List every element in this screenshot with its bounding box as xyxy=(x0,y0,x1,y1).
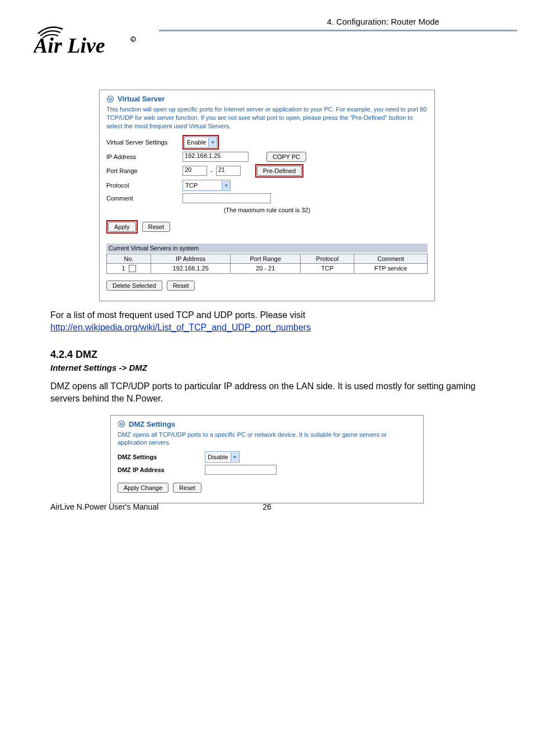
row-no: 1 xyxy=(121,265,125,272)
section-paragraph: DMZ opens all TCP/UDP ports to particula… xyxy=(50,380,484,404)
gear-icon xyxy=(118,420,125,428)
footer-left: AirLive N.Power User's Manual xyxy=(50,502,158,511)
panel-title-text: DMZ Settings xyxy=(129,420,175,428)
reset-button[interactable]: Reset xyxy=(173,483,202,493)
apply-change-button[interactable]: Apply Change xyxy=(118,483,168,493)
row-checkbox[interactable] xyxy=(129,265,136,272)
vs-settings-select[interactable]: Enable ▾ xyxy=(184,137,217,148)
port-to-input[interactable]: 21 xyxy=(216,166,241,176)
chevron-down-icon: ▾ xyxy=(222,181,230,190)
comment-label: Comment xyxy=(106,195,179,202)
delete-selected-button[interactable]: Delete Selected xyxy=(106,281,162,291)
highlight-box: Enable ▾ xyxy=(182,135,219,150)
col-range: Port Range xyxy=(231,254,301,263)
page-footer: AirLive N.Power User's Manual 26 xyxy=(50,502,484,511)
ports-note: For a list of most frequent used TCP and… xyxy=(50,309,484,333)
svg-point-4 xyxy=(109,98,111,100)
reset-button[interactable]: Reset xyxy=(142,222,171,232)
panel-title-text: Virtual Server xyxy=(118,95,165,103)
protocol-select[interactable]: TCP ▾ xyxy=(182,180,231,191)
col-no: No. xyxy=(107,254,151,263)
breadcrumb: 4. Configuration: Router Mode xyxy=(159,17,517,30)
highlight-box: Apply xyxy=(106,220,138,234)
wikipedia-link[interactable]: http://en.wikipedia.org/wiki/List_of_TCP… xyxy=(50,323,311,332)
svg-point-5 xyxy=(119,421,125,427)
page-number: 26 xyxy=(263,502,271,511)
apply-button[interactable]: Apply xyxy=(108,222,136,232)
dmz-settings-value: Disable xyxy=(205,454,231,460)
dmz-panel: DMZ Settings DMZ opens all TCP/UDP ports… xyxy=(110,415,424,504)
svg-text:Air Live: Air Live xyxy=(34,34,105,57)
dash: - xyxy=(210,167,213,174)
chevron-down-icon: ▾ xyxy=(231,452,239,461)
dmz-settings-select[interactable]: Disable ▾ xyxy=(205,451,240,463)
ip-label: IP Address xyxy=(106,153,179,160)
col-protocol: Protocol xyxy=(301,254,354,263)
row-protocol: TCP xyxy=(301,263,354,274)
protocol-label: Protocol xyxy=(106,182,179,189)
panel-description: This function will open up specific port… xyxy=(106,105,428,130)
protocol-value: TCP xyxy=(183,182,200,189)
dmz-ip-label: DMZ IP Address xyxy=(118,466,202,473)
highlight-box: Pre-Defined xyxy=(255,164,304,178)
ip-input[interactable]: 192.168.1.25 xyxy=(182,152,249,162)
virtual-server-panel: Virtual Server This function will open u… xyxy=(99,90,435,301)
pre-defined-button[interactable]: Pre-Defined xyxy=(257,166,302,176)
col-ip: IP Address xyxy=(151,254,231,263)
table-row: 1 192.168.1.25 20 - 21 TCP FTP service xyxy=(107,263,428,274)
dmz-settings-label: DMZ Settings xyxy=(118,454,202,460)
row-comment: FTP service xyxy=(354,263,428,274)
port-label: Port Range xyxy=(106,167,179,174)
gear-icon xyxy=(106,95,114,103)
svg-point-3 xyxy=(107,96,114,102)
port-from-input[interactable]: 20 xyxy=(182,166,207,176)
vs-settings-value: Enable xyxy=(185,139,208,146)
panel-description: DMZ opens all TCP/UDP ports to a specifi… xyxy=(118,431,416,447)
col-comment: Comment xyxy=(354,254,428,263)
section-subheading: Internet Settings -> DMZ xyxy=(50,363,484,372)
vs-settings-label: Virtual Server Settings xyxy=(106,139,179,146)
vs-table: No. IP Address Port Range Protocol Comme… xyxy=(106,254,428,274)
chevron-down-icon: ▾ xyxy=(208,138,217,147)
panel-title: DMZ Settings xyxy=(118,420,416,428)
reset-button[interactable]: Reset xyxy=(167,281,195,291)
row-ip: 192.168.1.25 xyxy=(151,263,231,274)
table-header-row: No. IP Address Port Range Protocol Comme… xyxy=(107,254,428,263)
table-caption: Current Virtual Servers in system xyxy=(106,244,428,253)
brand-logo: Air Live R xyxy=(34,22,146,57)
comment-input[interactable] xyxy=(182,193,271,203)
svg-text:R: R xyxy=(132,38,134,41)
section-heading: 4.2.4 DMZ xyxy=(50,349,484,361)
dmz-ip-input[interactable] xyxy=(205,465,277,475)
header-divider xyxy=(159,30,517,31)
ports-note-text: For a list of most frequent used TCP and… xyxy=(50,310,305,320)
panel-title: Virtual Server xyxy=(106,95,428,103)
max-rule-note: (The maximum rule count is 32) xyxy=(106,207,428,213)
copy-pc-button[interactable]: COPY PC xyxy=(266,152,306,162)
svg-point-6 xyxy=(120,423,123,425)
row-range: 20 - 21 xyxy=(231,263,301,274)
